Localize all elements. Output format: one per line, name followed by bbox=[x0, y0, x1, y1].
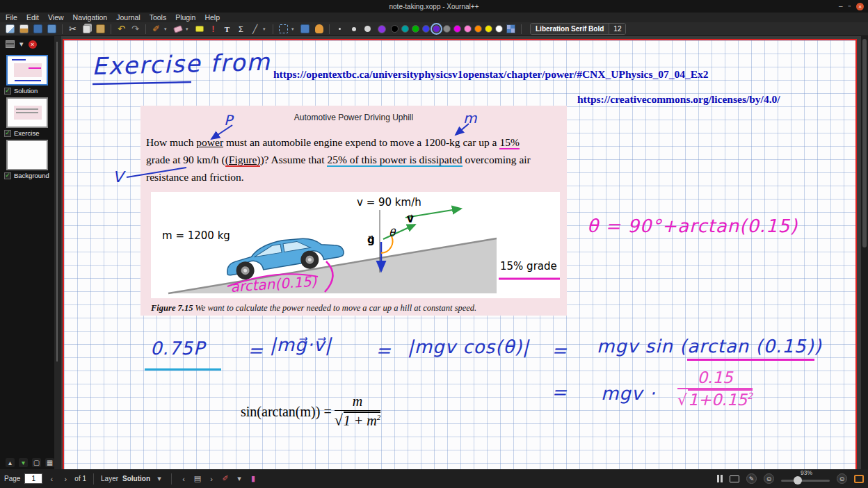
menu-view[interactable]: View bbox=[48, 13, 64, 22]
undo-button[interactable]: ↶ bbox=[115, 23, 127, 35]
divider-handle[interactable] bbox=[56, 42, 58, 361]
pencil-circle-icon[interactable]: ✎ bbox=[746, 473, 757, 484]
layer-thumbnail-solution[interactable] bbox=[6, 55, 48, 86]
page-next-icon[interactable]: › bbox=[61, 475, 70, 483]
layer-checkbox-exercise-check-icon[interactable]: ✓ bbox=[4, 130, 11, 137]
layer-thumbnail-background[interactable] bbox=[6, 140, 48, 170]
color-swatch[interactable] bbox=[422, 25, 430, 33]
layer-checkbox-solution-check-icon[interactable]: ✓ bbox=[4, 88, 11, 95]
marker-icon[interactable]: ▮ bbox=[248, 474, 258, 483]
cut-button[interactable]: ✂ bbox=[67, 23, 79, 35]
eraser-tool-button[interactable] bbox=[172, 23, 184, 35]
layer-checkbox-background-check-icon[interactable]: ✓ bbox=[4, 172, 11, 179]
pen-color-icon[interactable]: ✐ bbox=[220, 474, 230, 483]
pen-tool-button[interactable]: ✐ bbox=[150, 23, 162, 35]
color-swatch[interactable] bbox=[474, 25, 482, 33]
text-tool-button[interactable]: T bbox=[221, 23, 233, 35]
figure-box: v = 90 km/h m = 1200 kg 15% grade g⃗ θ v… bbox=[151, 192, 560, 298]
presentation-icon[interactable] bbox=[730, 475, 739, 482]
pen-dropdown-chevron-icon[interactable]: ▾ bbox=[234, 474, 244, 483]
layer-row-exercise[interactable]: ✓ Exercise bbox=[0, 129, 54, 137]
maximize-icon[interactable]: ▫ bbox=[848, 3, 851, 10]
select-dropdown-chevron-icon[interactable]: ▾ bbox=[291, 26, 297, 32]
default-tool-button[interactable]: ! bbox=[207, 23, 219, 35]
exclamation-icon: ! bbox=[211, 24, 214, 33]
menu-help[interactable]: Help bbox=[204, 13, 220, 22]
main-toolbar: ✂ ↶ ↷ ✐ ▾ ▾ ! T Σ ╱ ▾ ▾ Liberation Serif… bbox=[0, 22, 868, 36]
color-palette-button[interactable] bbox=[505, 23, 517, 35]
color-swatch[interactable] bbox=[433, 25, 440, 33]
chevron-down-icon[interactable]: ▾ bbox=[19, 458, 28, 467]
sidebar-close-icon[interactable]: × bbox=[29, 40, 37, 49]
highlighter-icon bbox=[195, 26, 204, 32]
minimize-icon[interactable]: – bbox=[839, 3, 843, 10]
menu-navigation[interactable]: Navigation bbox=[73, 13, 108, 22]
copy-button[interactable] bbox=[81, 23, 93, 35]
menu-edit[interactable]: Edit bbox=[26, 13, 39, 22]
layer-thumbnail-exercise[interactable] bbox=[6, 97, 48, 128]
layers-icon[interactable] bbox=[6, 40, 15, 48]
thickness-medium-button[interactable] bbox=[348, 23, 360, 35]
scrollbar-thumb[interactable] bbox=[862, 39, 867, 247]
shapes-tool-button[interactable]: ╱ bbox=[249, 23, 261, 35]
menu-file[interactable]: File bbox=[6, 13, 17, 22]
zoom-slider[interactable]: 93% bbox=[781, 473, 830, 485]
menu-journal[interactable]: Journal bbox=[116, 13, 140, 22]
dual-page-icon[interactable] bbox=[717, 475, 723, 482]
paste-button[interactable] bbox=[95, 23, 106, 35]
menu-plugin[interactable]: Plugin bbox=[175, 13, 195, 22]
hand-tool-button[interactable] bbox=[313, 23, 325, 35]
target-circle-icon[interactable]: ⊙ bbox=[764, 473, 774, 484]
export-button[interactable] bbox=[46, 23, 58, 35]
open-file-button[interactable] bbox=[18, 23, 30, 35]
color-swatch[interactable] bbox=[391, 25, 399, 33]
duplicate-icon[interactable]: ▢ bbox=[32, 458, 41, 467]
hand-icon bbox=[315, 24, 323, 33]
pen-dropdown-chevron-icon[interactable]: ▾ bbox=[164, 26, 170, 32]
angle-left-icon[interactable]: ‹ bbox=[179, 475, 188, 483]
current-color-button[interactable] bbox=[376, 23, 387, 35]
sidebar-divider[interactable] bbox=[54, 36, 61, 469]
equation-text-underlined: arctan (0.15) bbox=[687, 336, 814, 361]
highlighter-tool-button[interactable] bbox=[193, 23, 205, 35]
close-icon[interactable]: × bbox=[856, 3, 864, 10]
vertical-space-button[interactable] bbox=[299, 23, 311, 35]
zoom-reset-icon[interactable]: ⊙ bbox=[837, 473, 847, 484]
layer-row-solution[interactable]: ✓ Solution bbox=[0, 87, 54, 95]
typed-fraction: m √1 + m2 bbox=[335, 393, 381, 430]
thickness-fine-button[interactable] bbox=[334, 23, 346, 35]
body-text: overcoming air bbox=[463, 154, 531, 165]
thickness-thick-button[interactable] bbox=[362, 23, 373, 35]
layer-stack-icon[interactable]: ▤ bbox=[193, 474, 202, 483]
color-swatch[interactable] bbox=[495, 25, 503, 33]
exercise-title: Automotive Power Driving Uphill bbox=[140, 113, 567, 122]
layer-row-background[interactable]: ✓ Background bbox=[0, 172, 54, 179]
menu-tools[interactable]: Tools bbox=[150, 13, 167, 22]
select-tool-button[interactable] bbox=[278, 23, 289, 35]
zoom-track[interactable] bbox=[781, 480, 830, 482]
grid-icon[interactable]: ▦ bbox=[45, 458, 54, 467]
math-tex-button[interactable]: Σ bbox=[235, 23, 247, 35]
page-prev-icon[interactable]: ‹ bbox=[47, 475, 56, 483]
sidebar-dropdown-chevron-icon[interactable]: ▾ bbox=[19, 40, 24, 49]
figure-link[interactable]: (Figure) bbox=[225, 154, 261, 165]
layer-dropdown-chevron-icon[interactable]: ▾ bbox=[154, 474, 164, 483]
color-swatch[interactable] bbox=[412, 25, 419, 33]
new-file-button[interactable] bbox=[4, 23, 16, 35]
eraser-dropdown-chevron-icon[interactable]: ▾ bbox=[186, 26, 191, 32]
angle-right-icon[interactable]: › bbox=[207, 475, 216, 483]
color-swatch[interactable] bbox=[453, 25, 461, 33]
chevron-up-icon[interactable]: ▴ bbox=[6, 458, 15, 467]
color-swatch[interactable] bbox=[443, 25, 451, 33]
page-number-input[interactable] bbox=[24, 473, 42, 484]
fullscreen-icon[interactable] bbox=[854, 475, 864, 483]
color-swatch[interactable] bbox=[401, 25, 409, 33]
redo-button[interactable]: ↷ bbox=[129, 23, 141, 35]
zoom-handle[interactable] bbox=[794, 476, 802, 485]
color-swatch[interactable] bbox=[464, 25, 472, 33]
layer-select-value[interactable]: Solution bbox=[122, 475, 150, 482]
font-button[interactable]: Liberation Serif Bold 12 bbox=[530, 23, 626, 35]
shapes-dropdown-chevron-icon[interactable]: ▾ bbox=[263, 26, 268, 32]
save-button[interactable] bbox=[32, 23, 44, 35]
color-swatch[interactable] bbox=[485, 25, 492, 33]
